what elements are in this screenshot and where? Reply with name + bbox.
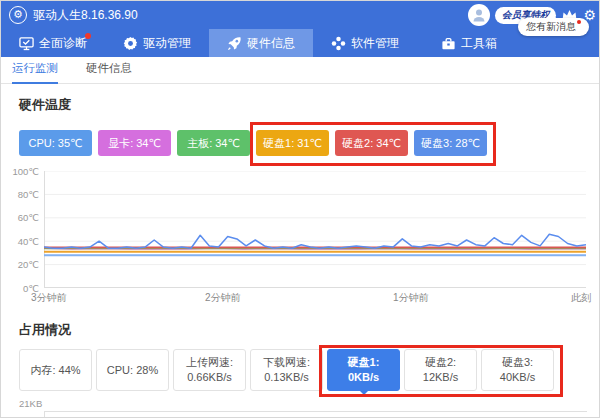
x-tick: 3分钟前	[31, 291, 67, 305]
usage-line1: 上传网速:	[186, 355, 233, 370]
usage-line1: 硬盘3:	[502, 355, 533, 370]
usage-line1: 硬盘2:	[425, 355, 456, 370]
app-window: ⚙ 驱动人生8.16.36.90 会员享特权 ⚙ 您有新消息	[0, 0, 600, 418]
gear-icon	[123, 36, 138, 51]
temperature-section-title: 硬件温度	[19, 96, 71, 114]
usage-chart-y-label: 21KB	[19, 398, 42, 409]
nav-tab-label: 驱动管理	[143, 35, 191, 52]
nav-tab-full-diagnosis[interactable]: 全面诊断	[1, 29, 105, 57]
app-title: 驱动人生8.16.36.90	[33, 7, 138, 24]
usage-line2: 12KB/s	[423, 370, 458, 385]
y-tick: 80℃	[1, 189, 39, 200]
usage-line2: 0KB/s	[348, 370, 379, 385]
usage-line1: 硬盘1:	[348, 355, 380, 370]
temperature-chart: 100℃ 80℃ 60℃ 40℃ 20℃ 0℃ 3分钟前 2分钟前 1分钟前 此…	[1, 166, 600, 306]
nav-tab-label: 硬件信息	[247, 35, 295, 52]
usage-line1: 下载网速:	[263, 355, 310, 370]
x-tick: 此刻	[571, 291, 591, 305]
usage-badge-disk2[interactable]: 硬盘2: 12KB/s	[404, 349, 477, 391]
nav-tab-label: 软件管理	[351, 35, 399, 52]
temp-badge-mainboard[interactable]: 主板: 34℃	[177, 130, 250, 156]
usage-badges: 内存: 44% CPU: 28% 上传网速: 0.66KB/s 下载网速: 0.…	[19, 349, 554, 391]
usage-badge-disk1[interactable]: 硬盘1: 0KB/s	[327, 349, 400, 391]
new-message-text: 您有新消息	[526, 21, 576, 32]
temp-badge-disk3[interactable]: 硬盘3: 28℃	[414, 130, 487, 156]
app-circles-icon	[331, 36, 346, 51]
nav-tab-label: 工具箱	[461, 35, 497, 52]
y-tick: 100℃	[1, 166, 39, 177]
nav-tab-label: 全面诊断	[39, 35, 87, 52]
usage-line1: 内存: 44%	[30, 363, 80, 378]
temp-badge-disk1[interactable]: 硬盘1: 31℃	[256, 130, 329, 156]
usage-chart-frame	[44, 411, 587, 418]
y-tick: 60℃	[1, 212, 39, 223]
sub-nav: 运行监测 硬件信息	[1, 57, 600, 84]
y-tick: 40℃	[1, 236, 39, 247]
usage-badge-memory[interactable]: 内存: 44%	[19, 349, 92, 391]
user-avatar[interactable]	[468, 4, 490, 26]
new-message-tooltip[interactable]: 您有新消息	[518, 18, 589, 36]
temp-badge-gpu[interactable]: 显卡: 34℃	[98, 130, 171, 156]
temp-badge-cpu[interactable]: CPU: 35℃	[19, 130, 92, 156]
temp-badge-disk2[interactable]: 硬盘2: 34℃	[335, 130, 408, 156]
temperature-chart-lines	[44, 171, 586, 288]
temperature-badges: CPU: 35℃ 显卡: 34℃ 主板: 34℃ 硬盘1: 31℃ 硬盘2: 3…	[19, 130, 487, 156]
notification-dot	[577, 20, 581, 24]
main-nav: 全面诊断 驱动管理 硬件信息 软件管理	[1, 29, 600, 57]
nav-red-dot	[85, 33, 91, 39]
usage-line2: 0.66KB/s	[187, 370, 232, 385]
rocket-icon	[227, 36, 242, 51]
usage-line1: CPU: 28%	[107, 363, 158, 378]
person-icon	[471, 7, 487, 23]
nav-tab-toolbox[interactable]: 工具箱	[417, 29, 521, 57]
x-tick: 2分钟前	[205, 291, 241, 305]
app-logo-icon: ⚙	[9, 6, 27, 24]
titlebar: ⚙ 驱动人生8.16.36.90 会员享特权 ⚙ 您有新消息	[1, 1, 600, 29]
usage-section-title: 占用情况	[19, 321, 71, 339]
nav-tab-driver-management[interactable]: 驱动管理	[105, 29, 209, 57]
usage-badge-disk3[interactable]: 硬盘3: 40KB/s	[481, 349, 554, 391]
nav-tab-software-management[interactable]: 软件管理	[313, 29, 417, 57]
subtab-run-monitor[interactable]: 运行监测	[12, 56, 58, 84]
y-tick: 20℃	[1, 259, 39, 270]
usage-line2: 0.13KB/s	[264, 370, 309, 385]
monitor-check-icon	[19, 36, 34, 51]
usage-badge-download[interactable]: 下载网速: 0.13KB/s	[250, 349, 323, 391]
x-tick: 1分钟前	[393, 291, 429, 305]
usage-badge-cpu[interactable]: CPU: 28%	[96, 349, 169, 391]
usage-line2: 40KB/s	[500, 370, 535, 385]
toolbox-icon	[441, 36, 456, 51]
subtab-hardware-info[interactable]: 硬件信息	[86, 56, 132, 84]
usage-badge-upload[interactable]: 上传网速: 0.66KB/s	[173, 349, 246, 391]
nav-tab-hardware-info[interactable]: 硬件信息	[209, 29, 313, 57]
